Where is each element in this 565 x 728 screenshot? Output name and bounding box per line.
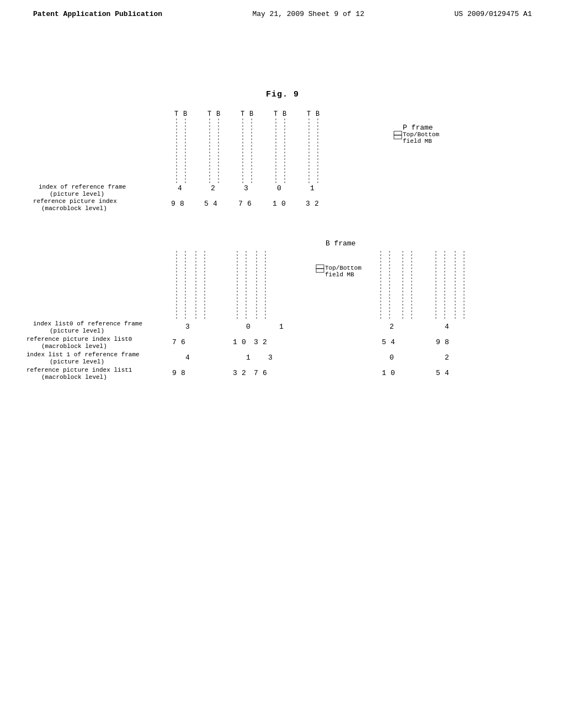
b-list0-mb-val-5: 3	[254, 338, 258, 346]
col4-B: B	[282, 110, 286, 118]
svg-rect-1	[394, 135, 402, 139]
b-list1-ref-val-4: 0	[390, 354, 394, 362]
p-ref-val-2: 2	[211, 184, 215, 192]
p-mb-val-8: 0	[281, 200, 286, 208]
b-list0-ref-val-5: 4	[445, 323, 449, 331]
b-list0-mb-val-7: 5	[382, 338, 386, 346]
p-ref-pic-label-2: (macroblock level)	[41, 205, 107, 212]
p-index-ref-label-1: index of reference frame	[39, 184, 126, 190]
b-list1-ref-label-2: (picture level)	[50, 358, 104, 365]
p-mb-val-6: 6	[247, 200, 252, 208]
p-ref-val-3: 3	[244, 184, 248, 192]
p-ref-pic-label-1: reference picture index	[33, 198, 117, 205]
p-mb-val-2: 8	[180, 200, 184, 208]
header-right: US 2009/0129475 A1	[455, 10, 532, 18]
b-list0-mb-label-2: (macroblock level)	[41, 343, 107, 350]
p-frame-legend-bottom: field MB	[403, 138, 432, 144]
b-list0-ref-val-4: 2	[390, 323, 394, 331]
figure-title: Fig. 9	[0, 90, 565, 99]
b-list1-mb-val-7: 1	[382, 369, 386, 377]
b-frame-label: B frame	[326, 239, 356, 248]
p-frame-label: P frame	[403, 124, 433, 132]
b-list1-ref-val-3: 3	[268, 354, 273, 362]
b-list1-mb-val-6: 6	[263, 369, 267, 377]
col3-B: B	[249, 110, 253, 118]
svg-rect-13	[316, 269, 324, 272]
b-list1-ref-val-1: 4	[185, 354, 190, 362]
b-list0-mb-val-3: 1	[233, 338, 237, 346]
p-mb-val-1: 9	[171, 200, 175, 208]
col2-T: T	[207, 110, 211, 118]
b-frame-legend-field: field MB	[325, 271, 354, 278]
b-list0-mb-val-4: 0	[242, 338, 246, 346]
b-list0-ref-val-1: 3	[185, 323, 190, 331]
b-list0-mb-val-2: 6	[181, 338, 185, 346]
p-mb-val-10: 2	[315, 200, 319, 208]
b-list1-mb-val-10: 4	[445, 369, 449, 377]
b-list0-mb-val-6: 2	[263, 338, 267, 346]
b-list1-mb-val-3: 3	[233, 369, 237, 377]
b-list1-mb-val-2: 8	[181, 369, 185, 377]
col1-T: T	[174, 110, 178, 118]
b-list1-ref-val-2: 1	[246, 354, 250, 362]
p-mb-val-9: 3	[306, 200, 310, 208]
b-list0-mb-label-1: reference picture index list0	[26, 336, 132, 342]
p-mb-val-7: 1	[273, 200, 277, 208]
p-frame-legend-top: Top/Bottom	[403, 131, 439, 138]
p-ref-val-1: 4	[178, 184, 182, 192]
b-list0-ref-label-2: (picture level)	[50, 328, 104, 334]
b-list0-ref-val-3: 1	[279, 323, 284, 331]
p-mb-val-4: 4	[213, 200, 217, 208]
main-diagram: P frame Top/Bottom field MB T B T B T B …	[0, 105, 565, 585]
b-list1-ref-label-1: index list 1 of reference frame	[26, 351, 140, 358]
b-list0-mb-val-10: 8	[445, 338, 449, 346]
col3-T: T	[241, 110, 244, 118]
header-center: May 21, 2009 Sheet 9 of 12	[252, 10, 364, 18]
col2-B: B	[216, 110, 220, 118]
b-list1-mb-label-1: reference picture index list1	[26, 367, 132, 373]
b-list1-ref-val-5: 2	[445, 354, 449, 362]
b-list0-ref-val-2: 0	[246, 323, 250, 331]
b-list1-mb-val-5: 7	[254, 369, 258, 377]
b-list1-mb-val-4: 2	[242, 369, 246, 377]
b-list0-mb-val-9: 9	[436, 338, 440, 346]
col5-T: T	[307, 110, 311, 118]
p-mb-val-3: 5	[204, 200, 209, 208]
b-frame-legend-top: Top/Bottom	[325, 265, 361, 271]
b-list1-mb-val-1: 9	[172, 369, 177, 377]
b-list1-mb-val-9: 5	[436, 369, 440, 377]
b-list1-mb-label-2: (macroblock level)	[41, 374, 107, 381]
p-index-ref-label-2: (picture level)	[50, 191, 104, 197]
svg-rect-0	[394, 131, 402, 135]
p-ref-val-5: 1	[310, 184, 315, 192]
header-left: Patent Application Publication	[33, 10, 162, 18]
svg-rect-12	[316, 265, 324, 269]
col1-B: B	[183, 110, 187, 118]
p-ref-val-4: 0	[277, 184, 281, 192]
b-list1-mb-val-8: 0	[391, 369, 395, 377]
p-mb-val-5: 7	[238, 200, 243, 208]
b-list0-mb-val-1: 7	[172, 338, 177, 346]
page-header: Patent Application Publication May 21, 2…	[0, 0, 565, 18]
b-list0-ref-label-1: index list0 of reference frame	[33, 320, 142, 327]
b-list0-mb-val-8: 4	[391, 338, 395, 346]
col4-T: T	[274, 110, 278, 118]
col5-B: B	[316, 110, 319, 118]
